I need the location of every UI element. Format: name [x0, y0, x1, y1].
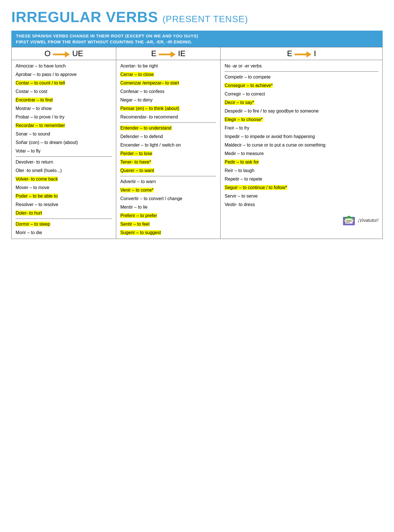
list-item: Encontrar – to find — [16, 96, 112, 104]
list-item: Defender – to defend — [120, 132, 216, 141]
highlighted-verb: Querer – to want — [120, 168, 154, 173]
col-header-2: E IE — [116, 47, 221, 60]
verbs-table: O UE E — [11, 47, 383, 239]
column-e-i: No -ar or -er verbsCompetir – to compete… — [221, 60, 383, 239]
list-item: Sugerir – to suggest — [120, 228, 216, 237]
list-item: Preferir – to prefer — [120, 211, 216, 220]
list-item: Competir – to compete — [224, 73, 378, 81]
list-item: Aprobar – to pass / to approve — [16, 70, 112, 79]
separator — [224, 71, 378, 72]
svg-marker-3 — [171, 51, 176, 58]
svg-marker-5 — [306, 51, 312, 58]
svg-rect-4 — [295, 54, 306, 55]
list-item: Devolver- to return — [16, 158, 112, 166]
list-item: Vestir- to dress — [224, 200, 378, 209]
highlighted-verb: Tener- to have* — [120, 160, 151, 164]
list-item: Confesar – to confess — [120, 87, 216, 96]
info-line2: FIRST VOWEL FROM THE RIGHT WITHOUT COUNT… — [16, 39, 378, 44]
list-item: Tener- to have* — [120, 158, 216, 166]
svg-rect-0 — [53, 54, 65, 55]
col-header-1: O UE — [12, 47, 116, 60]
highlighted-verb: Conseguir – to achieve* — [224, 83, 273, 88]
vivatutor-footer: ¡Vivatutor! — [224, 215, 378, 229]
info-line1: THESE SPANISH VERBS CHANGE IN THEIR ROOT… — [16, 33, 378, 38]
list-item: Entender – to understand — [120, 124, 216, 132]
highlighted-verb: Doler- to hurt — [16, 211, 42, 215]
list-item: Freír – to fry — [224, 124, 378, 132]
list-item: Oler -to smell (huelo...) — [16, 166, 112, 175]
highlighted-verb: Venir – to come* — [120, 188, 153, 192]
list-item: Comenzar /empezar– to start — [120, 79, 216, 87]
highlighted-verb: Pedir – to ask for — [224, 160, 259, 164]
highlighted-verb: Entender – to understand — [120, 126, 171, 130]
list-item: Negar – to deny — [120, 96, 216, 104]
list-item: Mentir – to lie — [120, 203, 216, 211]
separator — [16, 156, 112, 157]
list-item: Contar – to count / to tell — [16, 79, 112, 87]
list-item: Probar – to prove / to try — [16, 113, 112, 121]
highlighted-verb: Recordar – to remember — [16, 123, 65, 128]
list-item: Recomendar- to recommend — [120, 113, 216, 121]
list-item: Resolver – to resolve — [16, 200, 112, 209]
list-item: Soñar (con) – to dream (about) — [16, 138, 112, 147]
column-o-ue: Almorzar – to have lunchAprobar – to pas… — [12, 60, 116, 239]
svg-rect-2 — [159, 54, 171, 55]
list-item: Querer – to want — [120, 166, 216, 175]
page-title: IRREGULAR VERBS (PRESENT TENSE) — [11, 9, 383, 26]
list-item: Impedir – to impede or avoid from happen… — [224, 132, 378, 141]
highlighted-verb: Seguir – to continue / to follow* — [224, 185, 287, 190]
list-item: Poder – to be able to — [16, 192, 112, 200]
separator — [120, 176, 216, 176]
list-item: Despedir – to fire / to say goodbye to s… — [224, 107, 378, 115]
arrow-icon-2 — [159, 50, 176, 57]
list-item: Mostrar – to show — [16, 104, 112, 113]
svg-rect-9 — [345, 219, 353, 224]
list-item: Decir – to say* — [224, 98, 378, 107]
svg-marker-1 — [65, 51, 70, 58]
list-item: Conseguir – to achieve* — [224, 81, 378, 90]
list-item: Morir – to die — [16, 228, 112, 237]
list-item: Maldecir – to curse or to put a curse on… — [224, 141, 378, 149]
list-item: Repetir – to repete — [224, 175, 378, 183]
list-item: Dormir – to sleep — [16, 220, 112, 228]
highlighted-verb: Poder – to be able to — [16, 194, 58, 198]
highlighted-verb: Pensar (en) – to think (about) — [120, 106, 179, 111]
separator — [120, 122, 216, 123]
list-item: Convertir – to convert / change — [120, 194, 216, 203]
highlighted-verb: Comenzar /empezar– to start — [120, 80, 179, 85]
list-item: Corregir – to correct — [224, 90, 378, 98]
list-item: Pensar (en) – to think (about) — [120, 104, 216, 113]
arrow-icon-1 — [53, 50, 70, 57]
list-item: Sentir – to feel — [120, 220, 216, 228]
list-item: Medir – to measure — [224, 149, 378, 158]
list-item: Perder – to lose — [120, 149, 216, 158]
list-item: Servir – to serve — [224, 192, 378, 200]
list-item: Volar – to fly — [16, 147, 112, 155]
highlighted-verb: Contar – to count / to tell — [16, 80, 65, 85]
highlighted-verb: Sugerir – to suggest — [120, 230, 161, 235]
highlighted-verb: Volver- to come back — [16, 177, 58, 181]
highlighted-verb: Perder – to lose — [120, 151, 152, 156]
highlighted-verb: Sentir – to feel — [120, 222, 149, 226]
highlighted-verb: Cerrar – to close — [120, 72, 154, 77]
list-item: Reír – to laugh — [224, 166, 378, 175]
list-item: Elegir – to choose* — [224, 115, 378, 124]
highlighted-verb: Encontrar – to find — [16, 98, 53, 102]
highlighted-verb: Elegir – to choose* — [224, 117, 262, 122]
arrow-icon-3 — [295, 50, 312, 57]
separator — [16, 219, 112, 219]
column-e-ie: Acertar- to be rightCerrar – to closeCom… — [116, 60, 221, 239]
list-item: Volver- to come back — [16, 175, 112, 183]
list-item: Sonar – to sound — [16, 130, 112, 138]
list-item: Costar – to cost — [16, 87, 112, 96]
list-item: Cerrar – to close — [120, 70, 216, 79]
highlighted-verb: Decir – to say* — [224, 100, 254, 105]
list-item: Advertir – to warn — [120, 177, 216, 186]
list-item: Doler- to hurt — [16, 209, 112, 217]
list-item: Recordar – to remember — [16, 121, 112, 130]
highlighted-verb: Dormir – to sleep — [16, 222, 50, 226]
list-item: Acertar- to be right — [120, 62, 216, 70]
vivatutor-label: ¡Vivatutor! — [358, 218, 378, 223]
info-box: THESE SPANISH VERBS CHANGE IN THEIR ROOT… — [11, 31, 383, 47]
list-item: Mover – to move — [16, 183, 112, 192]
